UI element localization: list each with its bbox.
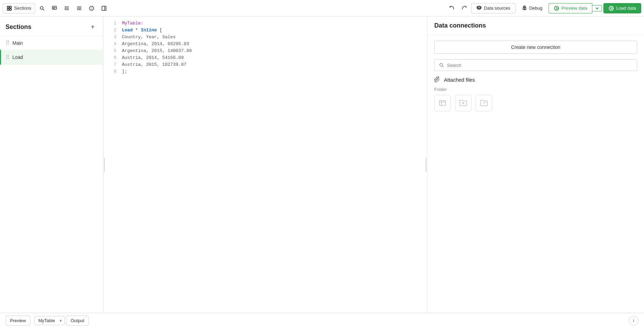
help-button[interactable]: ? [86,3,97,14]
sidebar-item-main-label: Main [12,40,97,46]
folder-upload-icon [459,99,467,107]
undo-icon [449,6,455,11]
load-data-icon [609,6,614,11]
code-editor[interactable]: 1 MyTable: 2 Load * Inline [ 3 Country, … [105,17,425,313]
code-line-7: 7 Austria, 2015, 182739.87 [105,62,425,69]
svg-rect-2 [7,9,9,10]
svg-rect-0 [7,6,9,8]
undo-button[interactable] [446,3,457,14]
load-data-button[interactable]: Load data [603,3,641,13]
data-sources-button[interactable]: Data sources [471,3,516,13]
preview-icon [554,6,559,11]
redo-icon [461,6,467,11]
code-line-2: 2 Load * Inline [ [105,28,425,34]
folder-icon-3[interactable] [476,95,492,111]
code-line-5: 5 Argentina, 2015, 140037.89 [105,48,425,55]
data-sources-icon [476,6,482,11]
table-select[interactable]: MyTable [34,316,65,325]
svg-rect-1 [10,6,11,8]
svg-text:?: ? [91,7,92,10]
data-connections-title: Data connections [434,22,486,29]
comment-icon [52,6,57,11]
svg-point-28 [440,63,443,66]
preview-dropdown-button[interactable] [592,5,602,11]
right-panel-header: Data connections [427,17,644,35]
svg-rect-17 [102,6,106,10]
attached-files-label: Attached files [444,77,475,83]
output-tab[interactable]: Output [66,316,89,326]
create-connection-label: Create new connection [511,44,560,50]
info-icon: i [633,318,634,323]
table-select-wrapper: MyTable ▾ [34,316,62,325]
folder-label: Folder [434,87,637,92]
load-data-label: Load data [616,6,636,11]
search-icon [39,6,45,11]
trash-icon [91,55,96,60]
code-line-4: 4 Argentina, 2014, 66295.03 [105,41,425,48]
drag-handle-load: ⠿ [6,54,10,61]
attached-files-header: Attached files [434,76,637,83]
sidebar: Sections + ⠿ Main ⠿ Load [0,17,103,313]
main-content: Sections + ⠿ Main ⠿ Load 1 MyTable: [0,17,644,313]
right-panel-content: Create new connection Attached files Fol… [427,35,644,117]
panel-icon [101,6,107,11]
sidebar-item-main[interactable]: ⠿ Main [0,36,103,50]
sidebar-title: Sections [6,23,31,31]
create-connection-button[interactable]: Create new connection [434,41,637,54]
sidebar-header: Sections + [0,17,103,36]
debug-icon [522,6,527,11]
folder-table-icon [438,99,447,107]
code-line-6: 6 Austria, 2014, 54166.09 [105,55,425,62]
attached-files-section: Attached files Folder [434,76,637,111]
code-line-8: 8 ]; [105,69,425,76]
svg-rect-3 [10,9,11,10]
indent-button[interactable] [61,3,72,14]
add-section-button[interactable]: + [88,22,97,32]
comment-button[interactable] [49,3,60,14]
svg-line-5 [43,9,44,10]
svg-line-29 [443,66,444,68]
editor-area: 1 MyTable: 2 Load * Inline [ 3 Country, … [105,17,425,313]
search-box [434,59,637,71]
right-panel: Data connections Create new connection A… [427,17,644,313]
chevron-down-icon [594,6,600,11]
preview-data-label: Preview data [561,6,587,11]
help-icon: ? [89,6,94,11]
folder-icon-2[interactable] [455,95,471,111]
folder-link-icon [480,99,488,107]
sections-button-label: Sections [14,6,31,11]
svg-point-20 [477,6,481,8]
data-sources-label: Data sources [484,6,510,11]
sidebar-item-load-label: Load [12,54,86,60]
search-toolbar-button[interactable] [37,3,48,14]
search-input[interactable] [447,63,633,68]
sections-icon [7,6,12,11]
folder-icon-1[interactable] [434,95,451,111]
preview-load-group: Preview data [549,3,602,13]
main-toolbar: Sections ? [0,0,644,17]
folder-icons-row [434,95,637,111]
drag-handle-main: ⠿ [6,40,10,46]
search-box-icon [439,62,444,68]
outdent-icon [76,6,82,11]
panel-toggle-button[interactable] [98,3,110,14]
info-button[interactable]: i [629,316,638,326]
preview-tab-label: Preview [10,318,26,323]
outdent-button[interactable] [74,3,85,14]
preview-tab[interactable]: Preview [6,316,30,326]
active-indicator [0,50,1,65]
svg-rect-25 [92,56,95,59]
paperclip-icon [434,76,440,83]
svg-point-4 [40,7,43,9]
sidebar-item-load[interactable]: ⠿ Load [0,50,103,65]
svg-rect-30 [439,101,446,105]
sections-button[interactable]: Sections [3,3,35,13]
debug-button[interactable]: Debug [517,3,547,13]
bottom-bar: Preview MyTable ▾ Output i [0,313,644,328]
redo-button[interactable] [459,3,470,14]
undo-redo-group [446,3,470,14]
code-line-3: 3 Country, Year, Sales [105,34,425,41]
indent-icon [64,6,70,11]
preview-data-button[interactable]: Preview data [549,3,592,13]
output-tab-label: Output [71,318,84,323]
